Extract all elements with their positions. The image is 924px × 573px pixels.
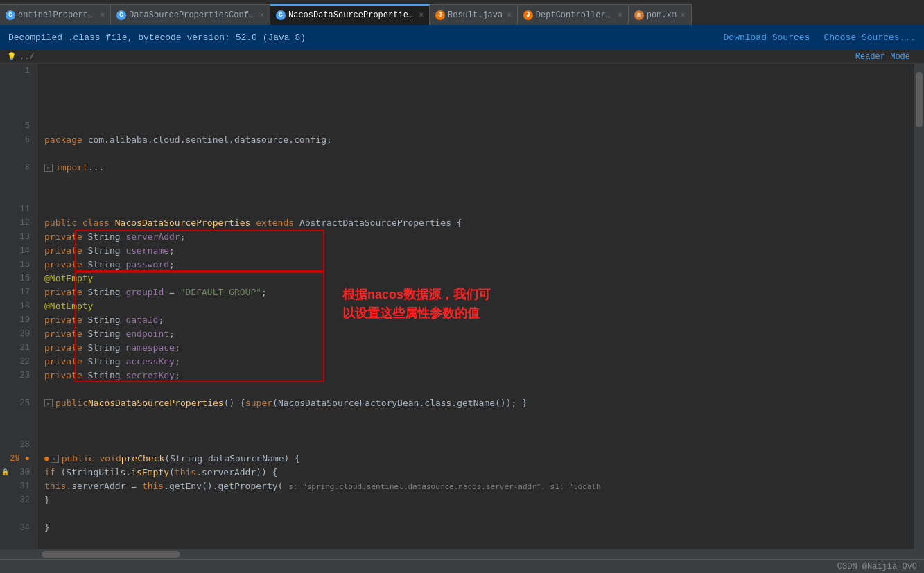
gutter-line-32: 32 xyxy=(0,493,33,507)
code-line-34: } xyxy=(37,521,914,535)
gutter-line-35 xyxy=(0,535,33,549)
tab-label-3: NacosDataSourceProperties.class xyxy=(288,10,415,20)
gutter-line-23: 23 xyxy=(0,369,33,382)
tab-close-1[interactable]: × xyxy=(100,11,105,19)
tab-close-6[interactable]: × xyxy=(681,11,686,19)
download-sources-link[interactable]: Download Sources xyxy=(724,33,810,43)
tab-close-2[interactable]: × xyxy=(259,11,264,19)
code-line-30: if (StringUtils.isEmpty(this.serverAddr)… xyxy=(37,466,914,479)
tab-deptcontroller[interactable]: J DeptController.java × xyxy=(518,4,629,25)
gutter-line-7 xyxy=(0,147,33,161)
code-line-5 xyxy=(37,119,914,133)
gutter-line-6: 6 xyxy=(0,133,33,147)
code-line-8: ▸ import ... xyxy=(37,161,914,175)
code-line-21: private String namespace; xyxy=(37,341,914,355)
tab-label-5: DeptController.java xyxy=(536,10,613,20)
code-line-15: private String password; xyxy=(37,258,914,272)
vertical-scrollbar[interactable] xyxy=(914,64,924,549)
gutter-line-18: 18 xyxy=(0,299,33,313)
gutter-line-33 xyxy=(0,507,33,521)
gutter-line-28: 28 xyxy=(0,438,33,452)
tab-icon-2: C xyxy=(116,10,126,20)
gutter-line-9 xyxy=(0,175,33,188)
gutter-line-8: 8 xyxy=(0,161,33,175)
code-line-20: private String endpoint; xyxy=(37,327,914,341)
gutter-line-blank-4 xyxy=(0,105,33,119)
choose-sources-link[interactable]: Choose Sources... xyxy=(823,33,916,43)
breadcrumb-path: ../ xyxy=(19,52,35,62)
fold-icon-29[interactable]: ▸ xyxy=(51,455,59,463)
gutter-line-14: 14 xyxy=(0,244,33,258)
tab-label-4: Result.java xyxy=(448,10,503,20)
gutter-line-15: 15 xyxy=(0,258,33,272)
status-bar-brand: CSDN @Naijia_OvO xyxy=(837,562,917,572)
gutter-line-20: 20 xyxy=(0,327,33,341)
gutter-line-30: 🔒30 xyxy=(0,466,33,479)
code-line-16: @NotEmpty xyxy=(37,272,914,285)
horizontal-scrollbar[interactable] xyxy=(0,549,924,559)
tab-close-5[interactable]: × xyxy=(618,11,622,19)
code-line-blank-3 xyxy=(37,91,914,105)
code-editor: 1 5 6 8 11 12 13 14 15 16 17 18 19 20 xyxy=(0,64,924,549)
gutter-line-26 xyxy=(0,410,33,424)
code-line-9 xyxy=(37,175,914,188)
gutter-line-25: 25 xyxy=(0,396,33,410)
gutter-line-21: 21 xyxy=(0,341,33,355)
code-line-12: public class NacosDataSourceProperties e… xyxy=(37,216,914,230)
code-line-10 xyxy=(37,188,914,202)
code-line-35 xyxy=(37,535,914,549)
gutter-line-22: 22 xyxy=(0,355,33,369)
gutter-line-19: 19 xyxy=(0,313,33,327)
code-line-blank-2 xyxy=(37,78,914,91)
code-line-32: } xyxy=(37,493,914,507)
status-bar: CSDN @Naijia_OvO xyxy=(0,559,924,573)
code-line-27 xyxy=(37,424,914,438)
tab-sentinelproperties[interactable]: C entinelProperties.class × xyxy=(0,4,111,25)
gutter-line-1: 1 xyxy=(0,64,33,78)
fold-icon-8[interactable]: ▸ xyxy=(44,164,53,172)
code-line-blank-4 xyxy=(37,105,914,119)
code-line-19: private String dataId; xyxy=(37,313,914,327)
breadcrumb: 💡 ../ Reader Mode xyxy=(0,50,924,64)
scrollbar-thumb[interactable] xyxy=(916,72,923,127)
code-line-18: @NotEmpty xyxy=(37,299,914,313)
gutter-line-17: 17 xyxy=(0,285,33,299)
gutter-line-24 xyxy=(0,382,33,396)
breadcrumb-icon: 💡 xyxy=(7,52,17,61)
fold-icon-25[interactable]: ▸ xyxy=(44,399,53,407)
gutter-line-12: 12 xyxy=(0,216,33,230)
gutter-line-blank-2 xyxy=(0,78,33,91)
code-line-1 xyxy=(37,64,914,78)
code-line-17: private String groupId = "DEFAULT_GROUP"… xyxy=(37,285,914,299)
gutter-line-blank-3 xyxy=(0,91,33,105)
code-line-33 xyxy=(37,507,914,521)
decompiled-info-text: Decompiled .class file, bytecode version… xyxy=(8,33,306,43)
code-line-22: private String accessKey; xyxy=(37,355,914,369)
reader-mode-button[interactable]: Reader Mode xyxy=(855,52,910,62)
code-line-14: private String username; xyxy=(37,244,914,258)
code-line-23: private String secretKey; xyxy=(37,369,914,382)
tab-nacosdatasourceproperties[interactable]: C NacosDataSourceProperties.class × xyxy=(270,4,430,25)
code-line-13: private String serverAddr; xyxy=(37,230,914,244)
tab-close-3[interactable]: × xyxy=(419,11,424,19)
gutter-line-29: 29 ● xyxy=(0,452,33,466)
info-bar-actions: Download Sources Choose Sources... xyxy=(724,33,916,43)
tab-result[interactable]: J Result.java × xyxy=(430,4,518,25)
gutter-line-34: 34 xyxy=(0,521,33,535)
code-line-26 xyxy=(37,410,914,424)
tab-close-4[interactable]: × xyxy=(507,11,512,19)
code-content: package com.alibaba.cloud.sentinel.datas… xyxy=(37,64,914,549)
gutter-line-31: 31 xyxy=(0,479,33,493)
gutter-line-10 xyxy=(0,188,33,202)
tab-icon-3: C xyxy=(276,10,286,20)
tab-label-2: DataSourcePropertiesConfiguration.class xyxy=(129,10,255,20)
tab-datasourcepropertiesconfiguration[interactable]: C DataSourcePropertiesConfiguration.clas… xyxy=(111,4,270,25)
info-bar: Decompiled .class file, bytecode version… xyxy=(0,25,924,50)
gutter-line-11: 11 xyxy=(0,202,33,216)
gutter-line-13: 13 xyxy=(0,230,33,244)
code-line-25: ▸ public NacosDataSourceProperties() { s… xyxy=(37,396,914,410)
tab-bar: C entinelProperties.class × C DataSource… xyxy=(0,0,924,25)
h-scrollbar-thumb[interactable] xyxy=(42,551,180,558)
tab-pomxml[interactable]: m pom.xm × xyxy=(629,4,692,25)
gutter-line-16: 16 xyxy=(0,272,33,285)
